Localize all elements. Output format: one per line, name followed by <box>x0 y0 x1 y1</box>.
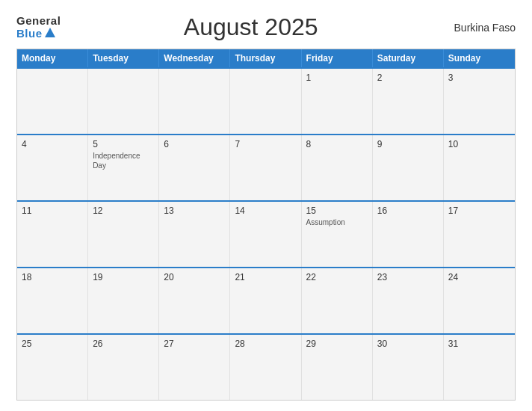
day-number: 13 <box>164 206 225 216</box>
header-friday: Friday <box>302 49 373 67</box>
header-saturday: Saturday <box>373 49 444 67</box>
day-number: 8 <box>306 139 368 149</box>
calendar-week-1: 123 <box>17 67 515 134</box>
header-sunday: Sunday <box>444 49 515 67</box>
day-number: 31 <box>448 339 510 349</box>
day-number: 14 <box>235 206 296 216</box>
day-number: 9 <box>377 139 439 149</box>
day-number: 7 <box>235 139 296 149</box>
calendar-week-5: 25262728293031 <box>17 333 515 400</box>
calendar-week-3: 1112131415Assumption1617 <box>17 200 515 267</box>
calendar-cell-w2-d7: 10 <box>444 135 515 200</box>
day-number: 18 <box>22 272 83 282</box>
calendar-cell-w2-d2: 5Independence Day <box>88 135 159 200</box>
calendar-body: 12345Independence Day6789101112131415Ass… <box>17 67 515 400</box>
day-number: 16 <box>377 206 439 216</box>
day-number: 5 <box>93 139 154 149</box>
day-number: 12 <box>93 206 154 216</box>
calendar-cell-w4-d4: 21 <box>230 268 301 333</box>
day-number: 6 <box>164 139 225 149</box>
calendar-page: General Blue August 2025 Burkina Faso Mo… <box>0 0 532 411</box>
day-number: 20 <box>164 272 225 282</box>
calendar-cell-w1-d6: 2 <box>373 69 444 134</box>
day-number: 1 <box>306 72 368 83</box>
logo: General Blue <box>16 15 61 40</box>
calendar-cell-w2-d3: 6 <box>159 135 230 200</box>
calendar-cell-w1-d3 <box>159 69 230 134</box>
calendar-cell-w2-d6: 9 <box>373 135 444 200</box>
day-number: 17 <box>448 206 510 216</box>
header-thursday: Thursday <box>230 49 301 67</box>
calendar-cell-w2-d5: 8 <box>302 135 373 200</box>
day-number: 23 <box>377 272 439 282</box>
calendar-cell-w4-d1: 18 <box>17 268 88 333</box>
day-number: 28 <box>235 339 296 349</box>
day-number: 15 <box>306 206 368 216</box>
calendar-cell-w3-d3: 13 <box>159 202 230 267</box>
day-number: 24 <box>448 272 510 282</box>
calendar-cell-w5-d4: 28 <box>230 335 301 400</box>
country-label: Burkina Faso <box>441 22 516 34</box>
day-number: 22 <box>306 272 368 282</box>
logo-blue-text: Blue <box>16 28 55 40</box>
header-monday: Monday <box>17 49 88 67</box>
calendar-cell-w1-d5: 1 <box>302 69 373 134</box>
day-number: 11 <box>22 206 83 216</box>
calendar-cell-w1-d4 <box>230 69 301 134</box>
calendar-cell-w5-d7: 31 <box>444 335 515 400</box>
calendar-cell-w4-d5: 22 <box>302 268 373 333</box>
logo-general-text: General <box>16 15 61 28</box>
calendar-cell-w5-d3: 27 <box>159 335 230 400</box>
calendar-cell-w5-d6: 30 <box>373 335 444 400</box>
day-number: 25 <box>22 339 83 349</box>
day-number: 2 <box>377 72 439 83</box>
holiday-label: Assumption <box>306 217 368 227</box>
day-number: 19 <box>93 272 154 282</box>
calendar-cell-w4-d3: 20 <box>159 268 230 333</box>
calendar-cell-w5-d2: 26 <box>88 335 159 400</box>
day-number: 3 <box>448 72 510 83</box>
calendar-cell-w3-d7: 17 <box>444 202 515 267</box>
day-number: 4 <box>22 139 83 149</box>
calendar-grid: Monday Tuesday Wednesday Thursday Friday… <box>16 49 516 401</box>
calendar-cell-w2-d1: 4 <box>17 135 88 200</box>
day-number: 29 <box>306 339 368 349</box>
calendar-cell-w5-d5: 29 <box>302 335 373 400</box>
header-tuesday: Tuesday <box>88 49 159 67</box>
header: General Blue August 2025 Burkina Faso <box>16 13 516 41</box>
calendar-cell-w4-d7: 24 <box>444 268 515 333</box>
header-wednesday: Wednesday <box>159 49 230 67</box>
day-number: 30 <box>377 339 439 349</box>
day-number: 26 <box>93 339 154 349</box>
day-number: 27 <box>164 339 225 349</box>
calendar-cell-w3-d6: 16 <box>373 202 444 267</box>
calendar-cell-w1-d2 <box>88 69 159 134</box>
calendar-cell-w2-d4: 7 <box>230 135 301 200</box>
day-number: 21 <box>235 272 296 282</box>
calendar-cell-w3-d5: 15Assumption <box>302 202 373 267</box>
calendar-cell-w3-d1: 11 <box>17 202 88 267</box>
calendar-cell-w4-d6: 23 <box>373 268 444 333</box>
holiday-label: Independence Day <box>93 151 154 170</box>
day-number: 10 <box>448 139 510 149</box>
calendar-cell-w3-d4: 14 <box>230 202 301 267</box>
calendar-cell-w1-d7: 3 <box>444 69 515 134</box>
calendar-week-2: 45Independence Day678910 <box>17 134 515 200</box>
calendar-title: August 2025 <box>61 13 441 41</box>
calendar-cell-w3-d2: 12 <box>88 202 159 267</box>
calendar-cell-w1-d1 <box>17 69 88 134</box>
calendar-cell-w4-d2: 19 <box>88 268 159 333</box>
calendar-week-4: 18192021222324 <box>17 267 515 333</box>
calendar-header-row: Monday Tuesday Wednesday Thursday Friday… <box>17 49 515 67</box>
calendar-cell-w5-d1: 25 <box>17 335 88 400</box>
logo-triangle-icon <box>45 28 55 37</box>
